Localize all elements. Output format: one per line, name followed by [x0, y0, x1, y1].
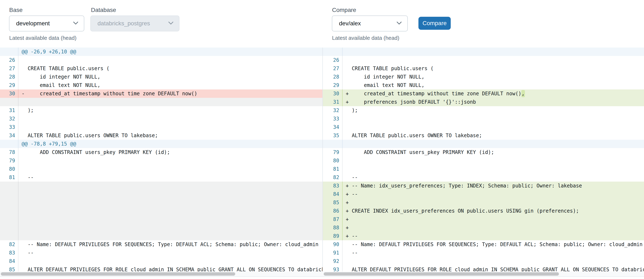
diff-row: 31+ preferences jsonb DEFAULT '{}'::json…: [323, 98, 644, 106]
hunk-header-row: [323, 47, 644, 56]
diff-row: 34: [323, 123, 644, 131]
hunk-header-text: @@ -26,9 +26,10 @@: [18, 47, 322, 56]
code-line: );: [18, 106, 322, 115]
line-number: [0, 198, 18, 207]
code-line: [342, 257, 644, 265]
code-line: ADD CONSTRAINT users_pkey PRIMARY KEY (i…: [18, 148, 322, 156]
code-line: [342, 115, 644, 123]
diff-row: 85+: [323, 198, 644, 207]
word-diff-highlight: ,: [521, 90, 525, 97]
code-line: -- Name: DEFAULT PRIVILEGES FOR SEQUENCE…: [18, 240, 322, 249]
database-select: databricks_postgres: [90, 15, 180, 31]
code-line: [342, 156, 644, 165]
diff-row: 27 CREATE TABLE public.users (: [0, 64, 322, 73]
compare-button[interactable]: Compare: [418, 17, 451, 30]
line-number: 28: [323, 73, 342, 81]
code-line: ALTER DEFAULT PRIVILEGES FOR ROLE cloud_…: [342, 265, 644, 272]
code-line: + -- Name: idx_users_preferences; Type: …: [342, 182, 644, 190]
diff-pane-compare: 2627 CREATE TABLE public.users (28 id in…: [323, 47, 644, 272]
diff-row: 80: [323, 156, 644, 165]
placeholder-row: [0, 190, 322, 198]
code-line: +: [342, 215, 644, 224]
right-pane-scrollbar-thumb[interactable]: [324, 272, 559, 276]
placeholder-row: [0, 98, 322, 106]
code-line: [18, 190, 322, 198]
code-line: [18, 207, 322, 215]
diff-pane-base: @@ -26,9 +26,10 @@2627 CREATE TABLE publ…: [0, 47, 322, 272]
line-number: 92: [323, 257, 342, 265]
code-line: email text NOT NULL,: [18, 81, 322, 89]
diff-row: 26: [323, 56, 644, 64]
code-line: CREATE TABLE public.users (: [18, 64, 322, 73]
base-select[interactable]: development: [9, 15, 84, 31]
code-line: ALTER DEFAULT PRIVILEGES FOR ROLE cloud_…: [18, 265, 322, 272]
diff-row: 29 email text NOT NULL,: [0, 81, 322, 89]
line-number: 33: [323, 115, 342, 123]
base-status-text: Latest available data (head): [9, 35, 76, 41]
code-line: +: [342, 224, 644, 232]
code-line: [18, 224, 322, 232]
code-line: [342, 165, 644, 173]
line-number: 89: [323, 232, 342, 240]
code-line: [18, 165, 322, 173]
code-line: [342, 123, 644, 131]
line-number: 81: [0, 173, 18, 182]
code-line: + --: [342, 190, 644, 198]
code-line: [18, 257, 322, 265]
code-line: -- Name: DEFAULT PRIVILEGES FOR SEQUENCE…: [342, 240, 644, 249]
code-line: [18, 98, 322, 106]
line-number: 85: [0, 265, 18, 272]
line-number: [323, 140, 342, 148]
compare-select[interactable]: dev/alex: [332, 15, 408, 31]
diff-row: 86+ CREATE INDEX idx_users_preferences O…: [323, 207, 644, 215]
diff-row: 82 -- Name: DEFAULT PRIVILEGES FOR SEQUE…: [0, 240, 322, 249]
code-line: id integer NOT NULL,: [342, 73, 644, 81]
code-line: + CREATE INDEX idx_users_preferences ON …: [342, 207, 644, 215]
code-line: + created_at timestamp without time zone…: [342, 89, 644, 98]
line-number: 78: [0, 148, 18, 156]
diff-row: 83 --: [0, 249, 322, 257]
line-number: 30: [0, 89, 18, 98]
hunk-header-text: [342, 47, 644, 56]
code-line: --: [18, 173, 322, 182]
horizontal-scrollbar-track[interactable]: [0, 272, 644, 277]
code-line: --: [342, 249, 644, 257]
chevron-down-icon: [396, 21, 402, 25]
diff-row: 33: [0, 123, 322, 131]
line-number: 31: [0, 106, 18, 115]
diff-row: 34 ALTER TABLE public.users OWNER TO lak…: [0, 131, 322, 140]
base-select-value: development: [16, 20, 50, 27]
line-number: 32: [0, 115, 18, 123]
diff-row: 81 --: [0, 173, 322, 182]
code-line: + --: [342, 232, 644, 240]
compare-label: Compare: [332, 7, 356, 13]
line-number: 26: [0, 56, 18, 64]
line-number: 27: [0, 64, 18, 73]
diff-row: 78 ADD CONSTRAINT users_pkey PRIMARY KEY…: [0, 148, 322, 156]
code-line: ALTER TABLE public.users OWNER TO lakeba…: [342, 131, 644, 140]
line-number: [0, 215, 18, 224]
line-number: 79: [0, 156, 18, 165]
code-line: ADD CONSTRAINT users_pkey PRIMARY KEY (i…: [342, 148, 644, 156]
diff-row: 29 email text NOT NULL,: [323, 81, 644, 89]
line-number: 85: [323, 198, 342, 207]
line-number: 90: [323, 240, 342, 249]
code-line: [18, 123, 322, 131]
code-line: email text NOT NULL,: [342, 81, 644, 89]
diff-row: 84+ --: [323, 190, 644, 198]
line-number: 80: [323, 156, 342, 165]
diff-row: 93 ALTER DEFAULT PRIVILEGES FOR ROLE clo…: [323, 265, 644, 272]
compare-status-text: Latest available data (head): [332, 35, 399, 41]
diff-row: 81: [323, 165, 644, 173]
placeholder-row: [0, 224, 322, 232]
line-number: 82: [323, 173, 342, 182]
code-line: --: [342, 173, 644, 182]
line-number: [323, 47, 342, 56]
database-select-value: databricks_postgres: [98, 20, 150, 27]
hunk-header-row: @@ -78,8 +79,15 @@: [0, 140, 322, 148]
left-pane-scrollbar-thumb[interactable]: [1, 272, 235, 276]
diff-row: 92: [323, 257, 644, 265]
line-number: 26: [323, 56, 342, 64]
code-line: [18, 232, 322, 240]
line-number: 30: [323, 89, 342, 98]
